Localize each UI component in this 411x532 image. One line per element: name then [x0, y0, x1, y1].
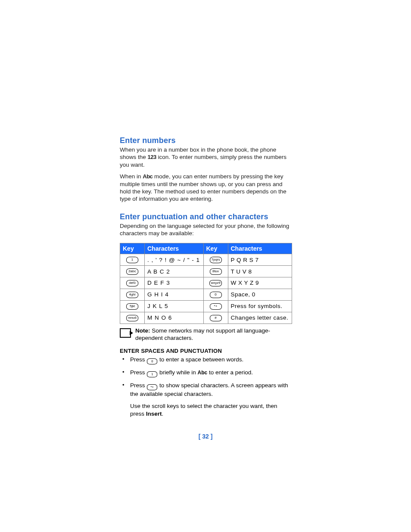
table-row: 5jkl J K L 5 *+ Press for symbols.: [120, 300, 292, 312]
mode-123-icon: 123: [148, 154, 156, 160]
list-item: Press *+ to show special characters. A s…: [120, 382, 292, 398]
keypad-key-icon: wxyz9: [209, 280, 221, 286]
heading-enter-punctuation: Enter punctuation and other characters: [120, 212, 292, 221]
keypad-key-icon: 1: [147, 371, 157, 377]
table-row: 4ghi G H I 4 0 Space, 0: [120, 289, 292, 300]
text: Press: [130, 382, 146, 389]
cell: W X Y Z 9: [228, 277, 292, 289]
paragraph: Use the scroll keys to select the charac…: [130, 402, 292, 417]
keypad-key-icon: 5jkl: [126, 303, 138, 310]
cell: . , ' ? ! @ ~ / " - 1: [145, 254, 204, 266]
bullet-list: Press 0 to enter a space between words. …: [120, 356, 292, 398]
keypad-key-icon: 0: [147, 358, 157, 364]
list-item: Press 1 briefly while in Abc to enter a …: [120, 369, 292, 377]
list-item: Press 0 to enter a space between words.: [120, 356, 292, 364]
text: .: [162, 411, 164, 417]
keypad-key-icon: *+: [210, 303, 222, 310]
note-label: Note:: [135, 327, 150, 334]
keypad-key-icon: 8tuv: [210, 268, 222, 275]
document-page: Enter numbers When you are in a number b…: [0, 0, 411, 532]
note-block: Note: Some networks may not support all …: [120, 327, 292, 342]
table-header-row: Key Characters Key Characters: [120, 243, 292, 254]
text: Some networks may not support all langua…: [135, 327, 270, 341]
col-header-characters: Characters: [228, 243, 292, 254]
cell: Press for symbols.: [228, 300, 292, 312]
cell: J K L 5: [145, 300, 204, 312]
cell: Changes letter case.: [228, 312, 292, 324]
paragraph: When in Abc mode, you can enter numbers …: [120, 173, 292, 202]
text: Press: [130, 369, 146, 376]
text: When in: [120, 173, 143, 180]
note-text: Note: Some networks may not support all …: [135, 327, 292, 342]
keypad-key-icon: 4ghi: [126, 292, 138, 298]
col-header-characters: Characters: [145, 243, 204, 254]
cell: T U V 8: [228, 266, 292, 277]
mode-abc-icon: Abc: [143, 173, 153, 180]
cell: M N O 6: [145, 312, 204, 324]
col-header-key: Key: [203, 243, 228, 254]
keypad-key-icon: #: [210, 315, 222, 321]
mode-abc-icon: Abc: [198, 370, 208, 376]
table-row: 2abc A B C 2 8tuv T U V 8: [120, 266, 292, 277]
heading-enter-numbers: Enter numbers: [120, 136, 292, 145]
content-area: Enter numbers When you are in a number b…: [120, 136, 292, 417]
table-row: 1 . , ' ? ! @ ~ / " - 1 7pqrs P Q R S 7: [120, 254, 292, 266]
keypad-key-icon: *+: [147, 384, 157, 390]
table-row: def3 D E F 3 wxyz9 W X Y Z 9: [120, 277, 292, 289]
cell: A B C 2: [145, 266, 204, 277]
insert-label: Insert: [146, 411, 162, 417]
cell: G H I 4: [145, 289, 204, 300]
cell: D E F 3: [145, 277, 204, 289]
cell: P Q R S 7: [228, 254, 292, 266]
keypad-key-icon: 2abc: [126, 268, 138, 275]
text: to enter a period.: [209, 369, 253, 376]
table-row: mno6 M N O 6 # Changes letter case.: [120, 312, 292, 324]
character-table: Key Characters Key Characters 1 . , ' ? …: [120, 243, 292, 324]
paragraph: Depending on the language selected for y…: [120, 222, 292, 237]
text: to enter a space between words.: [159, 356, 243, 363]
keypad-key-icon: 7pqrs: [210, 257, 222, 263]
paragraph: When you are in a number box in the phon…: [120, 146, 292, 168]
keypad-key-icon: def3: [126, 280, 138, 286]
keypad-key-icon: mno6: [126, 315, 138, 321]
col-header-key: Key: [120, 243, 145, 254]
keypad-key-icon: 1: [126, 257, 138, 263]
cell: Space, 0: [228, 289, 292, 300]
subheading-spaces: ENTER SPACES AND PUNCTUATION: [120, 348, 292, 354]
note-arrow-icon: [120, 328, 131, 338]
keypad-key-icon: 0: [210, 292, 222, 298]
page-number: [ 32 ]: [0, 433, 411, 440]
text: Press: [130, 356, 146, 363]
text: briefly while in: [159, 369, 198, 376]
